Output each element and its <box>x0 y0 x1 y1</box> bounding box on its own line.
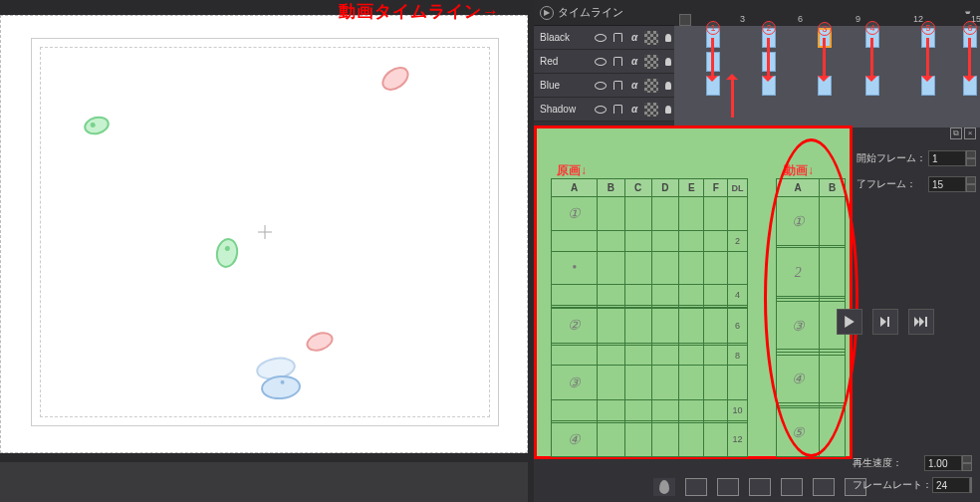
xsheet-cell: ② <box>568 318 581 333</box>
ruler-tick: 9 <box>856 14 860 24</box>
frame-marker-start[interactable] <box>679 14 691 26</box>
alpha-icon[interactable]: α <box>627 79 641 93</box>
checker-icon[interactable] <box>644 103 658 117</box>
visibility-icon[interactable] <box>594 55 608 69</box>
ruler-tick: 6 <box>798 14 803 24</box>
layer-name: Blaack <box>534 32 590 43</box>
xsheet-header: D <box>651 179 678 197</box>
start-frame-input[interactable] <box>928 150 966 166</box>
xsheet-genga-grid: A B C D E F DL ① 2 • 4 ②6 8 ③ 10 <box>551 178 748 457</box>
layer-name: Shadow <box>534 104 590 115</box>
lock-icon[interactable] <box>611 55 624 69</box>
alpha-icon[interactable]: α <box>627 55 641 69</box>
xsheet-frame-num: 2 <box>728 231 748 252</box>
visibility-icon[interactable] <box>594 31 608 45</box>
play-button[interactable] <box>837 309 862 335</box>
xsheet-cell: ④ <box>568 432 581 447</box>
lock-icon[interactable] <box>611 31 624 45</box>
xsheet-frame-num: 6 <box>728 308 748 343</box>
end-frame-input[interactable] <box>928 176 966 192</box>
toolbar-icon[interactable] <box>685 478 707 496</box>
checker-icon[interactable] <box>644 55 658 69</box>
spinner-control[interactable] <box>966 176 976 192</box>
xsheet-frame-num: 4 <box>728 284 748 305</box>
frame-rate-input[interactable] <box>932 477 970 493</box>
annotation-genga-label: 原画↓ <box>557 162 587 179</box>
lightbulb-icon[interactable] <box>661 103 675 117</box>
svg-marker-3 <box>914 317 919 327</box>
xsheet-frame-num: 8 <box>728 345 748 366</box>
xsheet-cell: • <box>572 260 577 275</box>
svg-marker-1 <box>880 317 886 327</box>
toolbar-icon[interactable] <box>813 478 835 496</box>
onion-skin-icon[interactable] <box>653 478 675 496</box>
spinner-control[interactable] <box>962 455 972 471</box>
layer-name: Blue <box>534 80 590 91</box>
toolbar-icon[interactable] <box>749 478 771 496</box>
visibility-icon[interactable] <box>594 79 608 93</box>
ruler-tick: 3 <box>740 14 745 24</box>
close-icon[interactable]: × <box>964 127 976 139</box>
ruler-tick: 12 <box>913 14 923 24</box>
xsheet-cell: ③ <box>568 376 581 390</box>
spinner-control[interactable] <box>966 150 976 166</box>
annotation-ellipse <box>764 138 858 457</box>
xsheet-overlay: 原画↓ 動画↓ A B C D E F DL ① 2 • 4 ②6 <box>534 126 853 459</box>
xsheet-header: C <box>624 179 651 197</box>
alpha-icon[interactable]: α <box>627 31 641 45</box>
key-number-badge: 4 <box>865 21 879 35</box>
canvas-center-crosshair <box>258 225 272 239</box>
lock-icon[interactable] <box>611 103 624 117</box>
bottom-toolbar <box>653 478 866 496</box>
key-number-badge: 5 <box>921 21 935 35</box>
lightbulb-icon[interactable] <box>661 79 675 93</box>
key-number-badge: 1 <box>706 21 720 35</box>
toolbar-icon[interactable] <box>717 478 739 496</box>
alpha-icon[interactable]: α <box>627 103 641 117</box>
frame-rate-label: フレームレート： <box>853 478 932 492</box>
spinner-control[interactable] <box>970 477 972 493</box>
svg-rect-2 <box>887 317 889 327</box>
xsheet-header: F <box>704 179 728 197</box>
canvas-safe-frame <box>31 38 499 426</box>
play-speed-input[interactable] <box>924 455 962 471</box>
xsheet-cell: ① <box>568 206 581 221</box>
xsheet-header: B <box>598 179 624 197</box>
right-panel: ▶ タイムライン ▾ 0 3 6 9 12 15 Blaack α ▯ Red … <box>534 0 980 502</box>
xsheet-header: E <box>679 179 704 197</box>
svg-rect-5 <box>925 317 927 327</box>
svg-marker-4 <box>919 317 924 327</box>
dock-icon[interactable]: ⧉ <box>950 127 962 139</box>
xsheet-frame-num: 10 <box>728 399 748 420</box>
canvas-bottom-strip <box>0 462 528 502</box>
timeline-title: タイムライン <box>558 5 623 20</box>
checker-icon[interactable] <box>644 31 658 45</box>
canvas-viewport[interactable] <box>0 15 528 453</box>
lock-icon[interactable] <box>611 79 624 93</box>
play-speed-label: 再生速度： <box>853 456 924 470</box>
lightbulb-icon[interactable] <box>661 55 675 69</box>
timeline-icon: ▶ <box>540 6 554 20</box>
playback-props-panel: 再生速度： フレームレート： <box>849 452 976 496</box>
timeline-props-panel: ⧉ × 開始フレーム： 了フレーム： <box>853 127 980 197</box>
next-frame-button[interactable] <box>872 309 898 335</box>
xsheet-header: DL <box>728 179 748 197</box>
checker-icon[interactable] <box>644 79 658 93</box>
lightbulb-icon[interactable] <box>661 31 675 45</box>
annotation-title: 動画タイムライン→ <box>339 0 500 23</box>
visibility-icon[interactable] <box>594 103 608 117</box>
start-frame-label: 開始フレーム： <box>857 151 928 165</box>
end-frame-label: 了フレーム： <box>857 177 928 191</box>
key-number-badge: 3 <box>818 22 832 36</box>
last-frame-button[interactable] <box>908 309 934 335</box>
toolbar-icon[interactable] <box>781 478 803 496</box>
key-number-badge: 6 <box>963 21 977 35</box>
xsheet-header: A <box>552 179 598 197</box>
svg-marker-0 <box>845 316 855 328</box>
layer-name: Red <box>534 56 590 67</box>
playback-controls <box>837 309 934 335</box>
key-number-badge: 2 <box>762 21 776 35</box>
xsheet-frame-num: 12 <box>728 422 748 456</box>
timeline-tracks[interactable]: 1 2 3 4 5 6 <box>674 26 980 127</box>
